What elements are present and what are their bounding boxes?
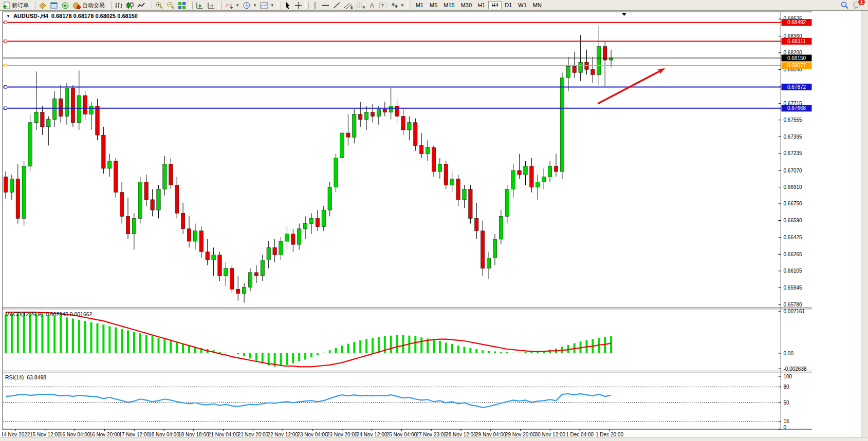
toolbar-grip <box>408 2 411 9</box>
zoom-out-icon <box>167 2 175 9</box>
crosshair-icon <box>294 2 302 9</box>
macd-values: 0.002945 0.001662 <box>46 311 93 317</box>
toolbar-grip <box>305 2 309 9</box>
vertical-line-icon <box>312 2 318 9</box>
macd-name: MACD(12,26,9) <box>5 311 43 317</box>
price-tick: 0.67555 <box>784 117 803 123</box>
dropdown-caret: ▼ <box>270 3 274 8</box>
channel-icon: E <box>344 2 353 9</box>
timeframe-h1-button[interactable]: H1 <box>475 1 488 9</box>
indicators-button[interactable]: ▼ <box>224 1 241 10</box>
price-tick: 0.66910 <box>784 184 803 190</box>
chart-window[interactable]: 0.685250.683600.682000.680400.678800.677… <box>2 11 815 438</box>
signals-button[interactable] <box>60 1 71 10</box>
tile-windows-icon <box>178 2 186 9</box>
zoom-in-icon <box>155 2 163 9</box>
vertical-line-button[interactable] <box>310 1 320 10</box>
price-tick: 0.66105 <box>784 268 803 274</box>
price-tick: 0.65780 <box>784 302 803 308</box>
toolbar-grip <box>32 2 35 9</box>
svg-text:50: 50 <box>784 400 790 406</box>
toolbar-grip <box>149 2 152 9</box>
chart-bars-button[interactable] <box>113 1 124 10</box>
search-button[interactable] <box>839 1 851 10</box>
chart-title: ▼ AUDUSD-,H4 0.68178 0.68178 0.68025 0.6… <box>6 13 138 19</box>
fibonacci-icon: F <box>356 2 365 9</box>
time-axis[interactable] <box>15 429 610 431</box>
macd-label: MACD(12,26,9) 0.002945 0.001662 <box>5 311 92 317</box>
timeframe-m30-button[interactable]: M30 <box>458 1 475 9</box>
arrows-shapes-icon <box>390 2 398 9</box>
text-a-icon: A <box>368 2 376 9</box>
chart-shift-button[interactable] <box>206 1 217 10</box>
template-icon <box>260 2 268 9</box>
toolbar-grip <box>218 2 222 9</box>
timeframe-m5-button[interactable]: M5 <box>427 1 440 9</box>
data-window-button[interactable] <box>48 1 60 10</box>
text-tool-button[interactable]: A <box>367 1 377 10</box>
text-label-icon: T <box>379 2 387 9</box>
trendline-icon <box>333 2 341 9</box>
bar-chart-icon <box>115 2 123 9</box>
templates-button[interactable]: ▼ <box>258 1 276 10</box>
auto-trading-button[interactable]: 自动交易 <box>71 1 106 10</box>
new-order-icon <box>3 2 10 9</box>
chart-symbol-period: AUDUSD-,H4 <box>13 13 48 19</box>
timeframe-mn-button[interactable]: MN <box>530 1 545 9</box>
symbol-dropdown-icon[interactable]: ▼ <box>6 14 10 18</box>
candlestick-chart-icon <box>126 2 134 9</box>
chart-canvas[interactable]: 0.685250.683600.682000.680400.678800.677… <box>2 11 815 438</box>
svg-text:E: E <box>350 6 353 9</box>
chart-candles-button[interactable] <box>124 1 136 10</box>
search-icon <box>840 1 849 9</box>
dropdown-caret: ▼ <box>235 3 239 8</box>
right-gutter <box>861 11 868 437</box>
cursor-button[interactable] <box>283 1 293 10</box>
price-tick: 0.66590 <box>784 218 803 223</box>
periods-button[interactable]: ▼ <box>241 1 258 10</box>
svg-text:0.67668: 0.67668 <box>787 105 806 111</box>
chat-button[interactable]: 1 <box>853 1 862 9</box>
svg-text:F: F <box>363 6 365 9</box>
crosshair-button[interactable] <box>293 1 304 10</box>
tile-windows-button[interactable] <box>176 1 188 10</box>
chart-line-button[interactable] <box>136 1 147 10</box>
svg-text:0: 0 <box>784 425 787 430</box>
price-tick: 0.67070 <box>784 168 803 174</box>
svg-text:0.67872: 0.67872 <box>787 84 806 90</box>
timeframe-h4-button[interactable]: H4 <box>488 1 502 9</box>
cursor-icon <box>284 2 291 9</box>
signals-icon <box>61 2 69 9</box>
auto-scroll-icon <box>196 2 204 9</box>
svg-text:-0.002638: -0.002638 <box>784 366 807 372</box>
price-tick: 0.65945 <box>784 285 803 291</box>
timeframe-w1-button[interactable]: W1 <box>515 1 530 9</box>
chart-shift-icon <box>207 2 215 9</box>
zoom-in-button[interactable] <box>154 1 165 10</box>
new-order-button[interactable]: 新订单 <box>1 1 30 10</box>
dropdown-caret: ▼ <box>253 3 257 8</box>
text-label-button[interactable]: T <box>377 1 389 10</box>
timeframe-m1-button[interactable]: M1 <box>413 1 427 9</box>
fibonacci-button[interactable]: F <box>355 1 367 10</box>
timeframe-d1-button[interactable]: D1 <box>502 1 515 9</box>
auto-trading-label: 自动交易 <box>82 2 105 9</box>
svg-text:80: 80 <box>784 384 790 390</box>
svg-text:0.00: 0.00 <box>784 351 794 356</box>
price-tick: 0.66265 <box>784 252 803 257</box>
indicators-icon <box>225 2 233 9</box>
market-watch-button[interactable] <box>37 1 48 10</box>
timeframe-m15-button[interactable]: M15 <box>440 1 457 9</box>
auto-scroll-button[interactable] <box>194 1 206 10</box>
notification-badge: 1 <box>858 0 865 5</box>
horizontal-line-button[interactable] <box>320 1 331 10</box>
svg-text:0.68311: 0.68311 <box>787 39 806 44</box>
svg-text:15: 15 <box>784 418 790 424</box>
shapes-button[interactable]: ▼ <box>389 1 406 10</box>
horizontal-line-icon <box>321 2 329 9</box>
equidistant-channel-button[interactable]: E <box>342 1 355 10</box>
svg-text:0.007161: 0.007161 <box>784 309 805 314</box>
zoom-out-button[interactable] <box>165 1 176 10</box>
trendline-button[interactable] <box>331 1 342 10</box>
rsi-label: RSI(14) 63.8498 <box>5 374 46 380</box>
